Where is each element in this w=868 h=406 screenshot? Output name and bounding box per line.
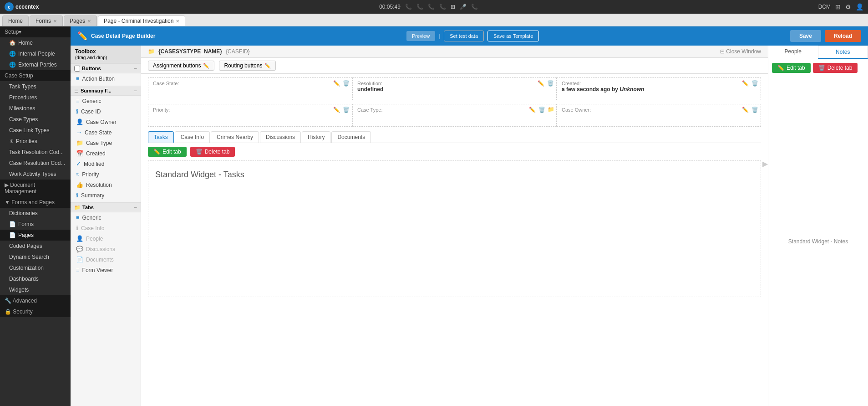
sidebar-external-parties-label: External Parties bbox=[18, 62, 57, 68]
sidebar-item-external-parties[interactable]: 🌐 External Parties bbox=[0, 59, 71, 70]
right-tab-notes[interactable]: Notes bbox=[818, 46, 868, 59]
case-state-edit-btn[interactable]: ✏️ bbox=[333, 80, 340, 87]
sidebar-item-widgets[interactable]: Widgets bbox=[0, 284, 71, 295]
sidebar-item-task-types[interactable]: Task Types bbox=[0, 81, 71, 92]
sidebar-item-case-resolution[interactable]: Case Resolution Cod... bbox=[0, 158, 71, 169]
close-window-button[interactable]: ⊟ Close Window bbox=[720, 48, 761, 55]
toolbox-case-id[interactable]: ℹ Case ID bbox=[71, 106, 141, 117]
toolbox-case-type[interactable]: 📁 Case Type bbox=[71, 138, 141, 148]
tab-crimes-nearby[interactable]: Crimes Nearby bbox=[211, 131, 259, 143]
buttons-section-collapse[interactable]: − bbox=[134, 65, 137, 72]
apps-icon[interactable]: ⊞ bbox=[835, 3, 841, 10]
top-bar-center: 00:05:49 📞 📞 📞 📞 ⊞ 🎤 📞 bbox=[379, 4, 478, 10]
routing-buttons-btn[interactable]: Routing buttons ✏️ bbox=[219, 61, 276, 71]
sidebar-item-milestones[interactable]: Milestones bbox=[0, 103, 71, 114]
created-edit-btn[interactable]: ✏️ bbox=[741, 80, 749, 87]
toolbox-case-state[interactable]: → Case State bbox=[71, 127, 141, 138]
tab-pages[interactable]: Pages ✕ bbox=[64, 15, 97, 26]
save-button[interactable]: Save bbox=[790, 30, 821, 42]
tab-pages-close[interactable]: ✕ bbox=[87, 19, 91, 24]
save-as-template-button[interactable]: Save as Template bbox=[487, 31, 539, 41]
tab-documents[interactable]: Documents bbox=[331, 131, 371, 143]
case-setup-header[interactable]: Case Setup bbox=[0, 70, 71, 81]
right-tab-people[interactable]: People bbox=[768, 46, 818, 59]
tabs-section-collapse[interactable]: − bbox=[134, 204, 137, 211]
tab-criminal-investigation[interactable]: Page - Criminal Investigation ✕ bbox=[98, 15, 185, 26]
sidebar-item-forms[interactable]: 📄 Forms bbox=[0, 219, 71, 230]
resolution-delete-btn[interactable]: 🗑️ bbox=[547, 80, 554, 87]
case-state-delete-btn[interactable]: 🗑️ bbox=[342, 80, 350, 87]
preview-button[interactable]: Preview bbox=[406, 31, 435, 41]
tab-forms[interactable]: Forms ✕ bbox=[30, 15, 63, 26]
reload-button[interactable]: Reload bbox=[825, 30, 861, 42]
toolbox-modified[interactable]: ✓ Modified bbox=[71, 159, 141, 169]
sidebar-milestones-label: Milestones bbox=[9, 105, 35, 112]
toolbox-tab-generic[interactable]: ≡ Generic bbox=[71, 212, 141, 223]
sidebar-item-procedures[interactable]: Procedures bbox=[0, 92, 71, 103]
tab-home[interactable]: Home bbox=[2, 15, 29, 26]
edit-tab-button[interactable]: ✏️ Edit tab bbox=[148, 147, 187, 157]
case-owner-delete-btn[interactable]: 🗑️ bbox=[751, 106, 759, 113]
tab-case-info[interactable]: Case Info bbox=[175, 131, 210, 143]
tab-discussions[interactable]: Discussions bbox=[260, 131, 301, 143]
resolution-label: Resolution bbox=[86, 182, 112, 188]
sidebar-dictionaries-label: Dictionaries bbox=[9, 210, 38, 216]
sidebar-item-internal-people[interactable]: 🌐 Internal People bbox=[0, 48, 71, 59]
case-type-delete-btn[interactable]: 🗑️ bbox=[538, 106, 546, 113]
sidebar-item-dashboards[interactable]: Dashboards bbox=[0, 273, 71, 284]
toolbox-case-owner[interactable]: 👤 Case Owner bbox=[71, 117, 141, 127]
right-panel-toggle[interactable]: ▶ bbox=[762, 159, 768, 168]
sidebar-item-pages[interactable]: 📄 Pages bbox=[0, 230, 71, 241]
case-owner-edit-btn[interactable]: ✏️ bbox=[741, 106, 749, 113]
sidebar-item-coded-pages[interactable]: Coded Pages bbox=[0, 241, 71, 252]
created-delete-btn[interactable]: 🗑️ bbox=[751, 80, 759, 87]
priority-edit-btn[interactable]: ✏️ bbox=[333, 106, 340, 113]
toolbox-tab-form-viewer[interactable]: ≡ Form Viewer bbox=[71, 265, 141, 275]
toolbox-resolution[interactable]: 👍 Resolution bbox=[71, 180, 141, 190]
sidebar-item-work-activity[interactable]: Work Activity Types bbox=[0, 169, 71, 180]
close-window-icon: ⊟ bbox=[720, 48, 725, 55]
summary-section-header: ☰ Summary F... − bbox=[71, 86, 141, 96]
toolbox-action-button[interactable]: ≡ Action Button bbox=[71, 73, 141, 84]
tab-criminal-label: Page - Criminal Investigation bbox=[104, 18, 173, 24]
tab-pages-label: Pages bbox=[70, 18, 85, 24]
sidebar-item-priorities[interactable]: ✳ Priorities bbox=[0, 136, 71, 147]
sidebar-item-task-resolution[interactable]: Task Resolution Cod... bbox=[0, 147, 71, 158]
toolbox-created[interactable]: 📅 Created bbox=[71, 148, 141, 159]
forms-pages-header[interactable]: ▼ Forms and Pages bbox=[0, 197, 71, 208]
settings-icon[interactable]: ⚙ bbox=[845, 3, 851, 10]
sidebar-dashboards-label: Dashboards bbox=[9, 276, 39, 282]
tab-forms-close[interactable]: ✕ bbox=[53, 19, 57, 24]
created-time-text: a few seconds ago by bbox=[562, 86, 618, 93]
security-header[interactable]: 🔒 Security bbox=[0, 306, 71, 317]
right-edit-tab-button[interactable]: ✏️ Edit tab bbox=[772, 63, 811, 73]
tab-history[interactable]: History bbox=[302, 131, 330, 143]
tab-criminal-close[interactable]: ✕ bbox=[176, 19, 179, 24]
toolbox-priority[interactable]: ≈ Priority bbox=[71, 169, 141, 180]
summary-section-collapse[interactable]: − bbox=[134, 87, 137, 94]
delete-tab-button[interactable]: 🗑️ Delete tab bbox=[190, 147, 235, 157]
user-avatar[interactable]: 👤 bbox=[856, 3, 863, 10]
sidebar-item-case-types[interactable]: Case Types bbox=[0, 114, 71, 125]
assignment-buttons-btn[interactable]: Assignment buttons ✏️ bbox=[148, 61, 214, 71]
setup-header[interactable]: Setup▾ bbox=[0, 26, 71, 37]
toolbox-generic[interactable]: ≡ Generic bbox=[71, 96, 141, 106]
set-test-data-button[interactable]: Set test data bbox=[444, 31, 484, 41]
sidebar-item-customization[interactable]: Customization bbox=[0, 262, 71, 273]
advanced-header[interactable]: 🔧 Advanced bbox=[0, 295, 71, 306]
sidebar-item-case-link-types[interactable]: Case Link Types bbox=[0, 125, 71, 136]
resolution-edit-btn[interactable]: ✏️ bbox=[537, 80, 545, 87]
sidebar-item-dynamic-search[interactable]: Dynamic Search bbox=[0, 252, 71, 262]
priority-delete-btn[interactable]: 🗑️ bbox=[342, 106, 350, 113]
case-type-edit-btn[interactable]: ✏️ bbox=[528, 106, 536, 113]
sidebar-item-home[interactable]: 🏠 Home bbox=[0, 37, 71, 48]
right-delete-tab-button[interactable]: 🗑️ Delete tab bbox=[813, 63, 858, 73]
tab-tasks[interactable]: Tasks bbox=[148, 131, 174, 143]
document-management-header[interactable]: ▶ Document Management bbox=[0, 180, 71, 197]
close-window-label: Close Window bbox=[726, 48, 761, 55]
buttons-section-checkbox[interactable] bbox=[74, 66, 80, 72]
sidebar-item-dictionaries[interactable]: Dictionaries bbox=[0, 208, 71, 219]
toolbox-summary[interactable]: ℹ Summary bbox=[71, 190, 141, 200]
case-owner-label: Case Owner bbox=[86, 119, 117, 125]
field-created: Created: a few seconds ago by Unknown ✏️… bbox=[557, 77, 761, 100]
